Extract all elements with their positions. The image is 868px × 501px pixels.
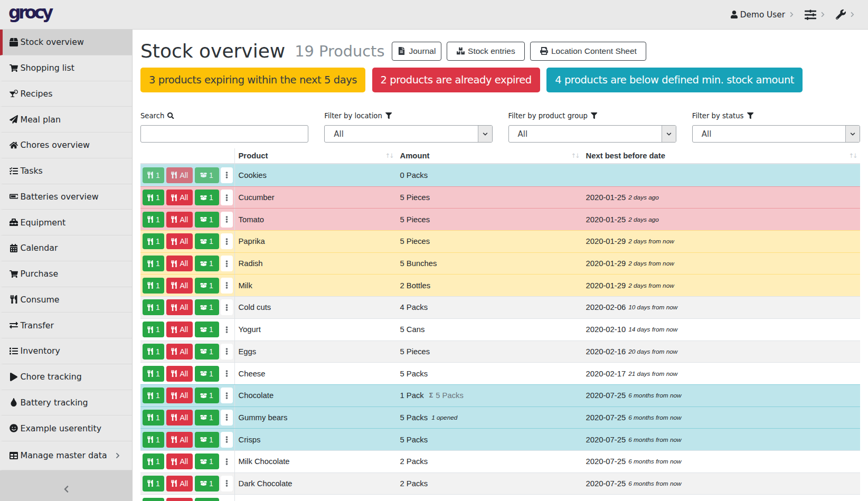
sidebar-item-transfer[interactable]: Transfer [0, 313, 132, 338]
row-menu-button[interactable] [221, 476, 233, 491]
row-menu-button[interactable] [221, 432, 233, 448]
status-banner-2[interactable]: 4 products are below defined min. stock … [546, 68, 803, 92]
consume-one-button[interactable]: 1 [143, 278, 164, 294]
row-menu-button[interactable] [221, 299, 233, 315]
stock-entries-button[interactable]: Stock entries [447, 42, 525, 61]
product-cell[interactable]: Gummy bears [235, 407, 397, 429]
sidebar-item-batteries-overview[interactable]: Batteries overview [0, 184, 132, 210]
consume-all-button[interactable]: All [166, 167, 193, 183]
consume-one-button[interactable]: 1 [143, 476, 164, 491]
user-menu[interactable]: Demo User [730, 10, 795, 20]
sidebar-item-chore-tracking[interactable]: Chore tracking [0, 364, 132, 390]
consume-all-button[interactable]: All [166, 387, 193, 403]
consume-all-button[interactable]: All [166, 410, 193, 426]
sidebar-item-meal-plan[interactable]: Meal plan [0, 107, 132, 133]
product-cell[interactable]: Radish [235, 253, 397, 275]
product-cell[interactable]: Cookies [235, 164, 397, 186]
open-one-button[interactable]: 1 [195, 167, 219, 183]
search-input[interactable] [140, 125, 308, 143]
product-cell[interactable]: Yogurt [235, 319, 397, 341]
filter-select[interactable]: All [508, 125, 676, 143]
consume-all-button[interactable]: All [166, 299, 193, 315]
consume-all-button[interactable]: All [166, 344, 193, 360]
table-header-amount[interactable]: Amount ↑↓ [397, 148, 582, 163]
sidebar-item-shopping-list[interactable]: Shopping list [0, 55, 132, 81]
open-one-button[interactable]: 1 [195, 366, 219, 382]
consume-one-button[interactable]: 1 [143, 453, 164, 469]
consume-one-button[interactable]: 1 [143, 387, 164, 403]
consume-one-button[interactable]: 1 [143, 410, 164, 426]
consume-one-button[interactable]: 1 [143, 498, 164, 501]
open-one-button[interactable]: 1 [195, 387, 219, 403]
open-one-button[interactable]: 1 [195, 453, 219, 469]
consume-all-button[interactable]: All [166, 498, 193, 501]
consume-one-button[interactable]: 1 [143, 190, 164, 205]
row-menu-button[interactable] [221, 256, 233, 271]
row-menu-button[interactable] [221, 498, 233, 501]
filter-select[interactable]: All [324, 125, 492, 143]
consume-all-button[interactable]: All [166, 476, 193, 491]
grocy-logo[interactable]: grocy [8, 4, 51, 25]
row-menu-button[interactable] [221, 278, 233, 294]
location-content-sheet-button[interactable]: Location Content Sheet [530, 42, 646, 61]
row-menu-button[interactable] [221, 387, 233, 403]
row-menu-button[interactable] [221, 366, 233, 382]
row-menu-button[interactable] [221, 233, 233, 249]
open-one-button[interactable]: 1 [195, 344, 219, 360]
open-one-button[interactable]: 1 [195, 233, 219, 249]
table-header-date[interactable]: Next best before date ↑↓ [582, 148, 860, 163]
sidebar-collapse-button[interactable] [0, 470, 132, 501]
row-menu-button[interactable] [221, 212, 233, 228]
row-menu-button[interactable] [221, 167, 233, 183]
product-cell[interactable]: Tomato [235, 209, 397, 230]
sidebar-item-recipes[interactable]: Recipes [0, 81, 132, 107]
open-one-button[interactable]: 1 [195, 476, 219, 491]
status-banner-0[interactable]: 3 products expiring within the next 5 da… [140, 68, 365, 92]
consume-one-button[interactable]: 1 [143, 167, 164, 183]
sidebar-item-manage-master-data[interactable]: Manage master data [0, 441, 132, 470]
status-banner-1[interactable]: 2 products are already expired [372, 68, 540, 92]
open-one-button[interactable]: 1 [195, 410, 219, 426]
consume-one-button[interactable]: 1 [143, 366, 164, 382]
product-cell[interactable]: Chocolate [235, 385, 397, 407]
row-menu-button[interactable] [221, 190, 233, 205]
open-one-button[interactable]: 1 [195, 190, 219, 205]
consume-all-button[interactable]: All [166, 190, 193, 205]
table-header-product[interactable]: Product ↑↓ [235, 148, 397, 163]
row-menu-button[interactable] [221, 453, 233, 469]
sidebar-item-example-userentity[interactable]: Example userentity [0, 415, 132, 441]
sidebar-item-tasks[interactable]: Tasks [0, 158, 132, 184]
consume-one-button[interactable]: 1 [143, 256, 164, 271]
sidebar-item-inventory[interactable]: Inventory [0, 338, 132, 364]
product-cell[interactable]: Milk [235, 275, 397, 296]
product-cell[interactable]: Cucumber [235, 187, 397, 209]
consume-one-button[interactable]: 1 [143, 322, 164, 337]
consume-all-button[interactable]: All [166, 322, 193, 337]
consume-all-button[interactable]: All [166, 432, 193, 448]
open-one-button[interactable]: 1 [195, 432, 219, 448]
row-menu-button[interactable] [221, 344, 233, 360]
sidebar-item-equipment[interactable]: Equipment [0, 210, 132, 235]
sidebar-item-calendar[interactable]: Calendar [0, 235, 132, 261]
product-cell[interactable]: Dark Chocolate [235, 473, 397, 495]
sidebar-item-consume[interactable]: Consume [0, 287, 132, 313]
row-menu-button[interactable] [221, 410, 233, 426]
product-cell[interactable]: Milk Chocolate [235, 451, 397, 472]
consume-all-button[interactable]: All [166, 453, 193, 469]
open-one-button[interactable]: 1 [195, 299, 219, 315]
product-cell[interactable]: Cheese [235, 363, 397, 384]
sidebar-item-stock-overview[interactable]: Stock overview [0, 30, 132, 55]
open-one-button[interactable]: 1 [195, 212, 219, 228]
consume-all-button[interactable]: All [166, 278, 193, 294]
row-menu-button[interactable] [221, 322, 233, 337]
product-cell[interactable]: Cold cuts [235, 297, 397, 318]
open-one-button[interactable]: 1 [195, 322, 219, 337]
journal-button[interactable]: Journal [392, 42, 441, 61]
consume-all-button[interactable]: All [166, 366, 193, 382]
open-one-button[interactable]: 1 [195, 278, 219, 294]
admin-menu[interactable] [836, 10, 855, 20]
product-cell[interactable]: Eggs [235, 341, 397, 363]
consume-one-button[interactable]: 1 [143, 212, 164, 228]
settings-menu[interactable] [805, 9, 826, 21]
consume-all-button[interactable]: All [166, 233, 193, 249]
